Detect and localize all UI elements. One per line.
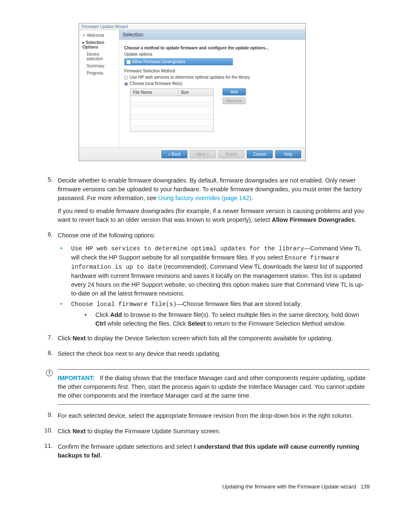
step-number: 6.	[38, 231, 58, 332]
radio-web-services[interactable]: Use HP web services to determine optimal…	[124, 75, 300, 80]
step-number: 10.	[38, 427, 58, 440]
step-number: 5.	[38, 176, 58, 229]
text: .	[355, 216, 356, 223]
text: .	[251, 195, 253, 201]
text: Choose one of the following options:	[58, 231, 370, 240]
sidebar-selection-options[interactable]: Selection Options	[79, 39, 119, 51]
list-item: 6. Choose one of the following options: …	[38, 231, 370, 332]
text: .	[100, 452, 102, 459]
add-button[interactable]: Add	[223, 88, 246, 95]
sub-bullet-item: Click Add to browse to the firmware file…	[82, 311, 370, 328]
text-bold: Select	[188, 320, 206, 327]
text: Confirm the firmware update selections a…	[58, 443, 194, 450]
step-number: 8.	[38, 350, 58, 362]
wizard-footer: « Back Next » Finish Cancel Help	[79, 147, 305, 161]
radio-local-files[interactable]: Choose local firmware file(s)	[124, 81, 300, 86]
table-row[interactable]	[130, 108, 213, 114]
text: to browse to the firmware file(s). To se…	[122, 311, 359, 318]
allow-downgrades-label: Allow Firmware Downgrades	[132, 59, 185, 64]
help-button[interactable]: Help	[275, 150, 301, 158]
text: For each selected device, select the app…	[58, 411, 370, 420]
dialog-title: Firmware Update Wizard	[79, 23, 305, 30]
text: to display the Firmware Update Summary s…	[86, 428, 220, 434]
panel-title: Selection	[119, 30, 305, 40]
instruction-text: Choose a method to update firmware and c…	[124, 46, 300, 50]
firmware-selection-label: Firmware Selection Method	[124, 69, 300, 73]
finish-button[interactable]: Finish	[218, 150, 244, 158]
sidebar-progress[interactable]: Progress	[79, 69, 119, 77]
important-note: ! IMPORTANT: If the dialog shows that th…	[38, 369, 370, 405]
text: to display the Device Selection screen w…	[86, 335, 333, 342]
col-size: Size	[178, 89, 213, 96]
sidebar-device-selection[interactable]: Device selection	[79, 51, 119, 62]
page-footer: Updating the firmware with the Firmware …	[0, 467, 399, 490]
text-bold: Ctrl	[95, 320, 106, 327]
table-row[interactable]	[130, 114, 213, 120]
list-item: 11. Confirm the firmware update selectio…	[38, 442, 370, 464]
list-item: 7. Click Next to display the Device Sele…	[38, 334, 370, 347]
list-item: 8. Select the check box next to any devi…	[38, 350, 370, 362]
document-body: 5. Decide whether to enable firmware dow…	[0, 176, 399, 464]
text: If the dialog shows that the Interface M…	[58, 375, 366, 399]
text: Select the check box next to any device …	[58, 350, 370, 358]
radio-icon[interactable]	[124, 82, 128, 86]
checkbox-icon[interactable]	[127, 60, 130, 64]
radio-icon[interactable]	[124, 76, 128, 80]
table-row[interactable]	[130, 126, 213, 131]
text: while selecting the files. Click	[106, 320, 188, 327]
footer-text: Updating the firmware with the Firmware …	[222, 483, 356, 490]
update-options-label: Update options	[124, 52, 300, 57]
code-text: Choose local firmware file(s)	[71, 301, 176, 308]
step-number: 7.	[38, 334, 58, 347]
cancel-button[interactable]: Cancel	[247, 150, 273, 158]
table-row[interactable]	[130, 96, 213, 102]
page-number: 139	[361, 483, 370, 490]
list-item: 5. Decide whether to enable firmware dow…	[38, 176, 370, 229]
list-item: 10. Click Next to display the Firmware U…	[38, 427, 370, 440]
text: —Choose firmware files that are stored l…	[176, 301, 302, 307]
next-button[interactable]: Next »	[190, 150, 216, 158]
text-bold: Next	[72, 335, 85, 342]
wizard-sidebar: Welcome Selection Options Device selecti…	[79, 30, 119, 147]
radio-local-label: Choose local firmware file(s)	[130, 81, 182, 86]
text: to return to the Firmware Selection Meth…	[206, 320, 345, 327]
col-filename: File Name	[130, 89, 178, 96]
bullet-item: Choose local firmware file(s)—Choose fir…	[58, 300, 370, 330]
important-label: IMPORTANT:	[58, 375, 95, 381]
radio-web-label: Use HP web services to determine optimal…	[130, 75, 250, 80]
back-button[interactable]: « Back	[161, 150, 187, 158]
sidebar-summary[interactable]: Summary	[79, 62, 119, 69]
bullet-item: Use HP web services to determine optimal…	[58, 244, 370, 298]
table-row[interactable]	[130, 120, 213, 126]
firmware-update-wizard-dialog: Firmware Update Wizard Welcome Selection…	[79, 23, 306, 161]
table-row[interactable]	[130, 102, 213, 108]
sidebar-welcome[interactable]: Welcome	[79, 32, 119, 39]
step-number: 11.	[38, 442, 58, 464]
text-bold: Allow Firmware Downgrades	[272, 216, 355, 223]
remove-button[interactable]: Remove	[223, 97, 246, 104]
text-bold: Next	[72, 428, 85, 434]
list-item: 9. For each selected device, select the …	[38, 411, 370, 424]
allow-downgrades-option[interactable]: Allow Firmware Downgrades	[124, 58, 233, 65]
text: Click	[58, 428, 72, 434]
wizard-screenshot: Firmware Update Wizard Welcome Selection…	[0, 0, 399, 174]
important-icon: !	[38, 369, 58, 405]
text: Click	[95, 311, 110, 318]
code-text: Use HP web services to determine optimal…	[71, 245, 304, 252]
file-table: File Name Size	[130, 88, 214, 132]
text-bold: Add	[110, 311, 122, 318]
step-number: 9.	[38, 411, 58, 424]
text: Click	[58, 335, 72, 342]
link-factory-overrides[interactable]: Using factory overrides (page 142)	[158, 195, 251, 201]
